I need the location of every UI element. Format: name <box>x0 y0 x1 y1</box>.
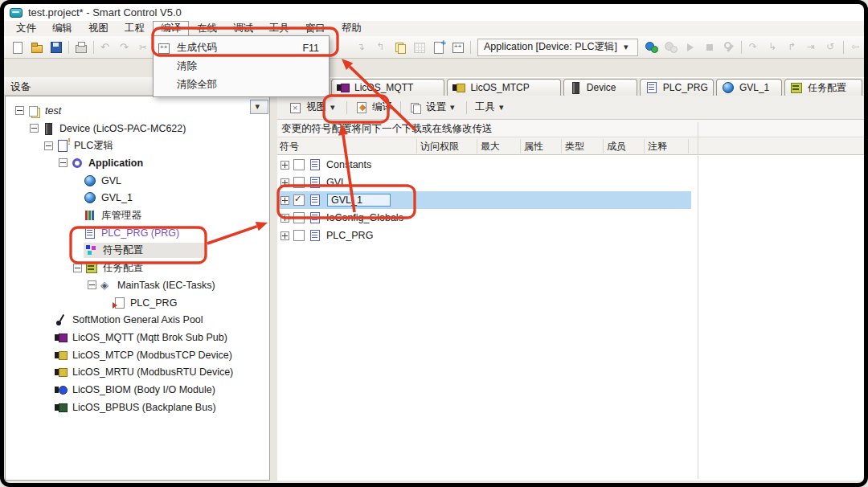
tree-item-licos-bpbus[interactable]: LicOS_BPBUS (Backplane Bus) <box>7 399 268 416</box>
tree-item-library-manager[interactable]: 库管理器 <box>7 207 268 224</box>
symbol-row-constants[interactable]: Constants <box>277 156 691 174</box>
toolbar-next-message-button[interactable] <box>352 39 371 56</box>
expand-toggle[interactable] <box>73 264 82 272</box>
settings-button[interactable]: 设置 <box>403 99 464 116</box>
symbol-checkbox[interactable] <box>293 159 305 170</box>
tree-item-symbol-configuration[interactable]: 符号配置 <box>7 242 268 260</box>
toolbar-run-to-cursor-button[interactable] <box>802 39 821 56</box>
symbol-checkbox[interactable] <box>293 230 305 241</box>
symbol-checkbox[interactable] <box>293 212 305 223</box>
expand-toggle[interactable] <box>280 196 289 205</box>
tree-item-gvl-1[interactable]: GVL_1 <box>7 190 268 207</box>
menu-item-file[interactable]: 文件 <box>8 21 44 36</box>
toolbar-reset-button[interactable] <box>821 39 841 56</box>
menu-item-edit[interactable]: 编辑 <box>44 21 80 36</box>
tree-item-gvl[interactable]: GVL <box>7 172 268 190</box>
expand-toggle[interactable] <box>280 161 289 170</box>
toolbar-stop-button[interactable] <box>700 39 719 56</box>
menu-item-help[interactable]: 帮助 <box>334 21 370 36</box>
expand-toggle[interactable] <box>280 231 289 240</box>
toolbar-save-button[interactable] <box>47 39 66 56</box>
tree-item-licos-mrtu[interactable]: LicOS_MRTU (ModbusRTU Device) <box>7 364 268 382</box>
toolbar-grid-options-button[interactable] <box>410 39 429 56</box>
toolbar-goto-source-button[interactable] <box>846 39 866 56</box>
tab-label: LicOS_MQTT <box>354 82 413 93</box>
toolbar-copy-pages-button[interactable] <box>391 39 410 56</box>
tree-item-application[interactable]: Application <box>7 154 268 172</box>
menu-item-online[interactable]: 在线 <box>189 21 225 36</box>
symbol-row-gvl[interactable]: GVL <box>277 174 691 191</box>
expand-toggle[interactable] <box>44 141 53 150</box>
tree-item-licos-mqtt[interactable]: LicOS_MQTT (Mqtt Brok Sub Pub) <box>7 329 268 346</box>
tree-item-plc-logic[interactable]: PLC逻辑 <box>7 137 268 154</box>
toolbar-open-project-button[interactable] <box>27 39 47 56</box>
toolbar-logout-button[interactable] <box>661 39 681 56</box>
tree-item-device[interactable]: Device (LicOS-PAC-MC622) <box>7 120 268 137</box>
toolbar-print-button[interactable] <box>72 39 91 56</box>
expand-toggle[interactable] <box>59 158 68 167</box>
view-button[interactable]: 视图 <box>284 99 344 116</box>
symbol-checkbox[interactable] <box>293 194 305 206</box>
expand-toggle[interactable] <box>88 280 96 289</box>
menu-item-tools[interactable]: 工具 <box>261 21 297 36</box>
menu-item-debug[interactable]: 调试 <box>225 21 261 36</box>
tree-item-test[interactable]: test <box>7 102 268 120</box>
toolbar-new-file-button[interactable] <box>8 39 27 56</box>
button-label: 编译 <box>372 100 392 114</box>
menu-item-window[interactable]: 窗口 <box>297 21 334 36</box>
tab-task-config[interactable]: 任务配置 <box>784 79 862 96</box>
toolbar-login-button[interactable] <box>642 39 661 56</box>
menu-item-project[interactable]: 工程 <box>117 21 153 36</box>
tree-item-maintask[interactable]: MainTask (IEC-Tasks) <box>7 276 268 294</box>
build-button[interactable]: 编译 <box>350 99 398 116</box>
toolbar-new-pou-button[interactable] <box>429 39 448 56</box>
toolbar-step-into-button[interactable] <box>764 39 783 56</box>
toolbar-redo-button[interactable] <box>116 39 135 56</box>
tab-gvl-1[interactable]: GVL_1 <box>716 79 782 96</box>
task-tab-icon <box>790 81 803 94</box>
toolbar-build-wrench-button[interactable] <box>719 39 739 56</box>
active-application-selector[interactable]: Application [Device: PLC逻辑] <box>477 39 638 56</box>
symbol-row-gvl-1[interactable]: GVL_1 <box>277 191 691 209</box>
menu-item-clean-all[interactable]: 清除全部 <box>154 76 329 94</box>
symbol-row-plc-prg[interactable]: PLC_PRG <box>277 227 691 244</box>
toolbar-start-button[interactable] <box>681 39 700 56</box>
expand-toggle[interactable] <box>30 124 39 133</box>
menu-item-view[interactable]: 视图 <box>80 21 117 36</box>
tree-item-softmotion-axis-pool[interactable]: SoftMotion General Axis Pool <box>7 311 268 329</box>
tree-item-content: PLC逻辑 <box>56 139 113 153</box>
menu-item-build[interactable]: 编译 <box>153 21 189 36</box>
toolbar-undo-button[interactable] <box>96 39 116 56</box>
tree-item-task-configuration[interactable]: 任务配置 <box>7 259 268 276</box>
separator <box>68 41 69 54</box>
mqtt-tab-icon <box>337 81 350 94</box>
toolbar-step-out-button[interactable] <box>783 39 802 56</box>
tree-filter-dropdown[interactable] <box>250 100 268 114</box>
toolbar-step-over-button[interactable] <box>744 39 764 56</box>
toolbar-cut-button[interactable] <box>135 39 154 56</box>
tools-button[interactable]: 工具 <box>469 99 513 116</box>
bpbus-module-icon <box>55 401 68 414</box>
tree-item-licos-biom[interactable]: LicOS_BIOM (Body I/O Module) <box>7 381 268 399</box>
expand-toggle[interactable] <box>280 214 289 223</box>
device-icon <box>42 122 55 135</box>
app-logo-icon <box>10 6 23 18</box>
toolbar-prev-message-button[interactable] <box>371 39 391 56</box>
expand-toggle[interactable] <box>15 106 24 115</box>
tree-item-label: PLC逻辑 <box>74 139 113 153</box>
menu-item-clean[interactable]: 清除 <box>154 57 329 76</box>
symbol-row-ioconfig-globals[interactable]: IoConfig_Globals <box>277 209 691 227</box>
menu-item-generate-code[interactable]: 生成代码F11 <box>154 39 329 57</box>
expand-toggle[interactable] <box>280 178 289 187</box>
column-header: 符号 <box>280 140 299 153</box>
toolbar-input-assistant-button[interactable] <box>448 39 468 56</box>
tab-device[interactable]: Device <box>563 79 637 96</box>
copy-pages-icon <box>394 41 407 54</box>
tab-licos-mqtt[interactable]: LicOS_MQTT <box>331 79 444 96</box>
tree-item-plc-prg-pou[interactable]: PLC_PRG (PRG) <box>7 224 268 242</box>
tree-item-maintask-plc-prg[interactable]: PLC_PRG <box>7 294 268 312</box>
tab-plc-prg[interactable]: PLC_PRG <box>640 79 714 96</box>
tab-licos-mtcp[interactable]: LicOS_MTCP <box>447 79 560 96</box>
symbol-checkbox[interactable] <box>293 177 305 188</box>
tree-item-licos-mtcp[interactable]: LicOS_MTCP (ModbusTCP Device) <box>7 346 268 364</box>
